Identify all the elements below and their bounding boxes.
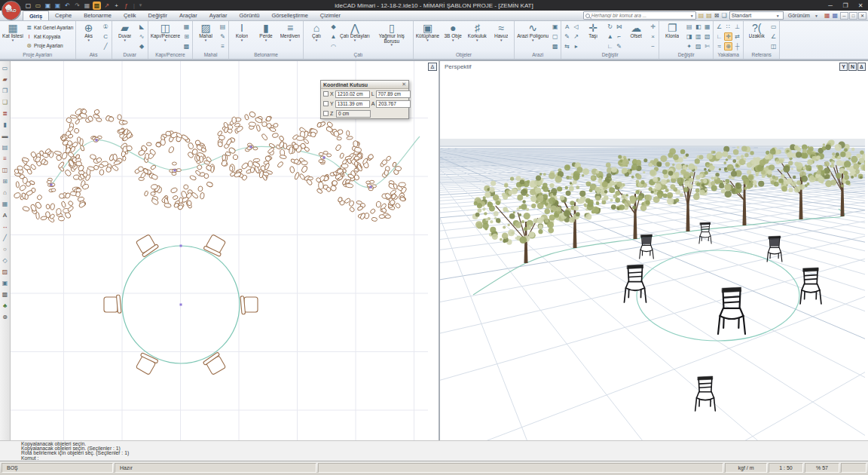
copy-tool-icon[interactable]: ❐ bbox=[1, 85, 10, 97]
axis-label-icon[interactable]: ① bbox=[102, 23, 110, 31]
mdi-restore-button[interactable]: □ bbox=[849, 12, 857, 20]
tab-çelik[interactable]: Çelik bbox=[118, 11, 142, 20]
layers-icon[interactable]: ≣ bbox=[1, 108, 10, 119]
image-tool-icon[interactable]: ▣ bbox=[1, 277, 10, 289]
plan-chair[interactable] bbox=[134, 351, 159, 375]
checkbox-x[interactable] bbox=[323, 91, 329, 97]
layer-copy-icon[interactable]: ▥ bbox=[694, 32, 702, 41]
shearwall-button[interactable]: ▮Perde▼ bbox=[255, 22, 277, 51]
roof-cone-icon[interactable]: ▲ bbox=[329, 32, 338, 41]
move-button[interactable]: ✛Taşı bbox=[582, 22, 604, 51]
coordinate-box-dialog[interactable]: Koordinat Kutusu ✕ XLYAZ bbox=[320, 80, 409, 119]
wall-poly-icon[interactable]: ∿ bbox=[138, 32, 146, 41]
style-combo[interactable]: Standart ▼ bbox=[729, 11, 784, 20]
divide-icon[interactable]: ✛ bbox=[649, 23, 657, 31]
copy-icon[interactable]: ▤ bbox=[685, 23, 693, 31]
coordinate-box-titlebar[interactable]: Koordinat Kutusu ✕ bbox=[321, 81, 408, 89]
edit-icon[interactable]: ✎ bbox=[563, 32, 571, 41]
group-icon[interactable]: ▨ bbox=[694, 42, 702, 51]
view-combo[interactable]: Görünüm ▼ bbox=[786, 11, 822, 20]
tab-değiştir[interactable]: Değiştir bbox=[142, 11, 173, 20]
hatch-tool-icon[interactable]: ▨ bbox=[1, 266, 10, 277]
corner-icon[interactable]: ⌐ bbox=[615, 32, 623, 41]
wall-corner-icon[interactable]: ◣ bbox=[138, 23, 146, 31]
chair-3d[interactable] bbox=[695, 376, 716, 411]
stretch-icon[interactable]: ✎ bbox=[615, 42, 623, 51]
perspective-canvas[interactable] bbox=[440, 61, 865, 440]
screenshot-icon[interactable]: ▦ bbox=[83, 2, 91, 10]
terrain-polygon-button[interactable]: ∿Arazi Poligonu▼ bbox=[516, 22, 549, 51]
wall-block-icon[interactable]: ◆ bbox=[138, 42, 146, 51]
window-grid-icon[interactable]: ▦ bbox=[182, 23, 191, 31]
offset-button[interactable]: ☁Ofset bbox=[625, 22, 647, 51]
scale-cell[interactable]: 1 : 50 bbox=[769, 463, 803, 473]
snap-grid-icon[interactable]: ∷ bbox=[724, 23, 732, 31]
angle-icon[interactable]: ∠ bbox=[769, 32, 778, 41]
app-logo-icon[interactable]: CAD bbox=[2, 1, 21, 20]
zone-sheet-icon[interactable]: ▤ bbox=[219, 23, 227, 31]
help-icon[interactable]: ▦ bbox=[832, 12, 838, 20]
array-icon[interactable]: ▦ bbox=[703, 23, 711, 31]
perspective-viewport[interactable]: Perspektif YN∆ bbox=[440, 61, 868, 440]
snap-intersect-icon[interactable]: ┼ bbox=[733, 42, 741, 51]
picker-icon[interactable]: ↗ bbox=[572, 32, 580, 41]
window-tool-icon[interactable]: ⊞ bbox=[1, 176, 10, 187]
zone-button[interactable]: ▨Mahal▼ bbox=[194, 22, 217, 51]
eraser-icon[interactable]: ✄ bbox=[703, 42, 711, 51]
qat-more-icon[interactable]: ▾ bbox=[139, 2, 142, 8]
mirror-icon[interactable]: ⋈ bbox=[615, 23, 623, 31]
terrain-hatch-icon[interactable]: ▩ bbox=[551, 42, 559, 51]
close-button[interactable]: ✕ bbox=[853, 2, 868, 9]
window-single-icon[interactable]: ⊞ bbox=[182, 32, 191, 41]
paste-tool-icon[interactable]: ❏ bbox=[1, 97, 10, 108]
wall-tool-icon[interactable]: ▰ bbox=[1, 74, 10, 85]
pointer-icon[interactable]: ↗ bbox=[102, 2, 111, 10]
save-all-icon[interactable]: ▣ bbox=[53, 2, 62, 10]
new-window-icon[interactable]: ❏ bbox=[722, 12, 727, 20]
coord-input-x[interactable] bbox=[335, 90, 370, 98]
slab-tool-icon[interactable]: ▤ bbox=[1, 142, 10, 153]
paste-icon[interactable]: ◧ bbox=[694, 23, 702, 31]
tab-görselleştirme[interactable]: Görselleştirme bbox=[266, 11, 314, 20]
mirror-copy-icon[interactable]: ◨ bbox=[685, 32, 693, 41]
storey-settings-button[interactable]: ≣Kat Genel Ayarları bbox=[26, 24, 74, 31]
ruler-icon[interactable]: ▭ bbox=[769, 23, 778, 31]
door-tool-icon[interactable]: ◫ bbox=[1, 164, 10, 176]
record-icon[interactable]: ▦ bbox=[824, 12, 830, 20]
plan-chair[interactable] bbox=[240, 296, 258, 314]
snap-parallel-icon[interactable]: ⇄ bbox=[733, 32, 741, 41]
snap-angle-icon[interactable]: ∠ bbox=[715, 23, 723, 31]
select-label-icon[interactable]: A bbox=[563, 23, 571, 31]
roof-dome-icon[interactable]: ◠ bbox=[329, 42, 338, 51]
rotate-icon[interactable]: ↻ bbox=[606, 23, 614, 31]
extend-icon[interactable]: − bbox=[649, 42, 657, 51]
plan-chair[interactable] bbox=[202, 352, 227, 376]
railing-button[interactable]: ♯Korkuluk▼ bbox=[466, 22, 488, 51]
roof-tool-icon[interactable]: ⌂ bbox=[1, 187, 10, 198]
snap-near-icon[interactable]: ≈ bbox=[715, 42, 723, 51]
column-button[interactable]: IKolon▼ bbox=[231, 22, 253, 51]
clone-button[interactable]: ❐Klonla bbox=[661, 22, 683, 51]
library-button[interactable]: ▣Kütüphane▼ bbox=[415, 22, 440, 51]
terrain-full-icon[interactable]: ▣ bbox=[551, 23, 559, 31]
search-input[interactable] bbox=[591, 12, 689, 19]
style-fx-icon[interactable]: ƒ bbox=[122, 2, 130, 10]
settings-tool-icon[interactable]: ⊛ bbox=[1, 311, 10, 323]
chair-3d[interactable] bbox=[640, 234, 654, 259]
beam-tool-icon[interactable]: ▬ bbox=[1, 130, 10, 142]
unit-cell[interactable]: kgf / m bbox=[725, 463, 767, 473]
plan-tree[interactable] bbox=[217, 111, 287, 181]
scale-icon[interactable]: ▲ bbox=[606, 32, 614, 41]
select-icon[interactable]: ▭ bbox=[1, 63, 10, 74]
normal-view-button[interactable]: N bbox=[848, 63, 857, 71]
tab-cephe[interactable]: Cephe bbox=[49, 11, 78, 20]
axis-line-icon[interactable]: ╱ bbox=[102, 42, 110, 51]
tab-araçlar[interactable]: Araçlar bbox=[173, 11, 203, 20]
terrain-crop-icon[interactable]: ▢ bbox=[551, 32, 559, 41]
shutter-icon[interactable]: ▩ bbox=[182, 42, 191, 51]
object3d-button[interactable]: ●3B Obje▼ bbox=[442, 22, 464, 51]
search-dropdown-icon[interactable]: ▼ bbox=[689, 14, 695, 18]
mdi-close-button[interactable]: ✕ bbox=[858, 12, 866, 20]
minimize-button[interactable]: ─ bbox=[823, 2, 838, 9]
mdi-minimize-button[interactable]: ─ bbox=[840, 12, 848, 20]
